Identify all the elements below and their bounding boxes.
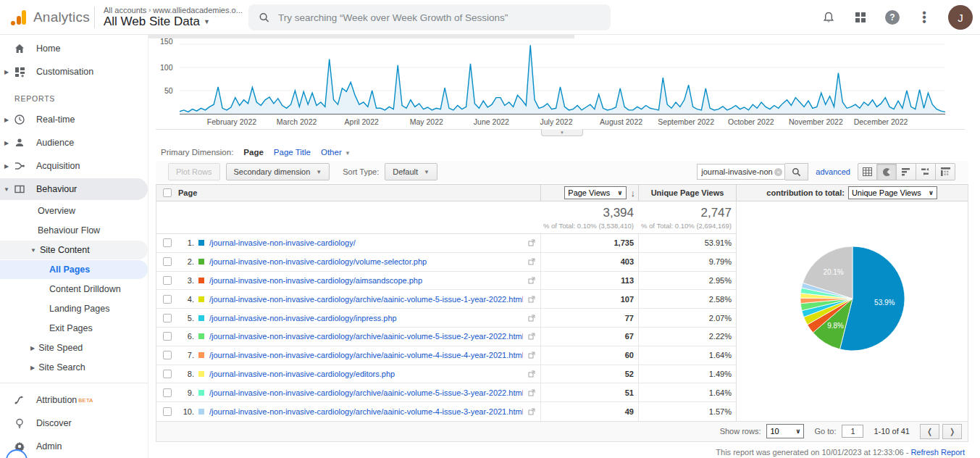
sidebar-item-discover[interactable]: Discover xyxy=(0,412,148,434)
open-in-new-icon xyxy=(528,296,535,303)
row-page-link[interactable]: /journal-invasive-non-invasive-cardiolog… xyxy=(209,295,523,304)
row-page-link[interactable]: /journal-invasive-non-invasive-cardiolog… xyxy=(209,314,523,322)
sidebar-item-attribution[interactable]: Attribution BETA xyxy=(0,389,148,411)
row-page-link[interactable]: /journal-invasive-non-invasive-cardiolog… xyxy=(209,370,523,378)
performance-view-button[interactable] xyxy=(897,163,916,180)
table-footer: Show rows: 10 ∨ Go to: 1-10 of 41 ❬ ❭ xyxy=(156,421,968,441)
row-checkbox[interactable] xyxy=(163,314,172,322)
select-all-checkbox[interactable] xyxy=(163,188,172,197)
contribution-label: contribution to total: xyxy=(766,188,845,197)
percentage-view-button[interactable] xyxy=(877,163,897,180)
sidebar-item-realtime[interactable]: ▶ Real-time xyxy=(0,109,148,130)
external-link-icon[interactable] xyxy=(523,258,540,265)
pageviews-sparkline[interactable] xyxy=(180,41,945,115)
home-icon xyxy=(13,42,26,55)
sidebar-item-customisation[interactable]: ▶ Customisation xyxy=(0,61,148,83)
next-page-button[interactable]: ❭ xyxy=(942,424,962,439)
row-page-link[interactable]: /journal-invasive-non-invasive-cardiolog… xyxy=(209,257,523,266)
row-rank: 8. xyxy=(178,370,194,378)
row-page-link[interactable]: /journal-invasive-non-invasive-cardiolog… xyxy=(209,238,523,247)
analytics-logo[interactable]: Analytics xyxy=(0,9,93,25)
show-rows-select[interactable]: 10 ∨ xyxy=(766,424,804,438)
external-link-icon[interactable] xyxy=(523,408,540,415)
row-checkbox[interactable] xyxy=(163,295,172,304)
performance-bars-icon xyxy=(902,167,911,176)
row-checkbox[interactable] xyxy=(163,351,172,359)
chart-collapse-handle[interactable]: ▼ xyxy=(541,129,583,136)
sidebar-item-behaviour-flow[interactable]: Behaviour Flow xyxy=(0,221,148,240)
open-in-new-icon xyxy=(528,389,535,396)
account-switcher[interactable]: All accounts › www.alliedacademies.o... … xyxy=(104,6,243,29)
row-page-link[interactable]: /journal-invasive-non-invasive-cardiolog… xyxy=(209,276,523,285)
previous-page-button[interactable]: ❬ xyxy=(920,424,939,439)
contribution-select[interactable]: Unique Page Views ∨ xyxy=(848,186,937,199)
sidebar-item-site-content[interactable]: ▼ Site Content xyxy=(0,241,148,259)
external-link-icon[interactable] xyxy=(523,389,540,396)
search-input[interactable] xyxy=(278,12,600,23)
clear-search-icon[interactable]: × xyxy=(774,168,782,176)
sidebar-divider xyxy=(0,383,148,383)
row-page-link[interactable]: /journal-invasive-non-invasive-cardiolog… xyxy=(209,332,523,341)
row-checkbox[interactable] xyxy=(163,276,172,285)
row-page-link[interactable]: /journal-invasive-non-invasive-cardiolog… xyxy=(209,388,523,397)
sort-type-button[interactable]: Default▼ xyxy=(385,163,437,180)
external-link-icon[interactable] xyxy=(523,296,540,303)
sidebar-item-behaviour[interactable]: ▼ Behaviour xyxy=(0,178,148,200)
sidebar-item-all-pages[interactable]: All Pages xyxy=(0,260,148,279)
sort-descending-icon[interactable]: ↓ xyxy=(631,188,636,199)
row-checkbox[interactable] xyxy=(163,370,172,378)
external-link-icon[interactable] xyxy=(523,277,540,284)
row-checkbox[interactable] xyxy=(163,407,172,416)
row-checkbox[interactable] xyxy=(163,332,172,341)
notifications-bell-icon[interactable] xyxy=(821,9,837,25)
external-link-icon[interactable] xyxy=(523,370,540,378)
row-page-link[interactable]: /journal-invasive-non-invasive-cardiolog… xyxy=(209,407,523,416)
row-checkbox[interactable] xyxy=(163,388,172,397)
global-search[interactable] xyxy=(248,4,611,30)
open-in-new-icon xyxy=(528,258,535,265)
sidebar-item-exit-pages[interactable]: Exit Pages xyxy=(0,319,148,338)
advanced-link[interactable]: advanced xyxy=(816,167,850,176)
sidebar-item-overview[interactable]: Overview xyxy=(0,201,148,220)
help-icon[interactable]: ? xyxy=(884,9,900,25)
sidebar-item-acquisition[interactable]: ▶ Acquisition xyxy=(0,155,148,177)
sidebar-item-content-drilldown[interactable]: Content Drilldown xyxy=(0,280,148,299)
row-checkbox[interactable] xyxy=(163,238,172,247)
pivot-view-button[interactable] xyxy=(936,163,955,180)
sidebar-item-site-speed[interactable]: ▶ Site Speed xyxy=(0,338,148,357)
sidebar-item-home[interactable]: Home xyxy=(0,38,148,59)
dimension-page[interactable]: Page xyxy=(243,148,264,157)
sidebar-item-audience[interactable]: ▶ Audience xyxy=(0,132,148,154)
table-search-button[interactable] xyxy=(785,163,808,180)
table-search-input[interactable] xyxy=(697,164,785,180)
analytics-logo-icon xyxy=(10,9,28,25)
metric-select[interactable]: Page Views ∨ xyxy=(564,186,626,199)
row-color-swatch xyxy=(198,240,204,246)
sidebar-item-landing-pages[interactable]: Landing Pages xyxy=(0,299,148,318)
dimension-page-title[interactable]: Page Title xyxy=(274,148,311,157)
external-link-icon[interactable] xyxy=(523,333,540,340)
apps-grid-icon[interactable] xyxy=(853,9,868,25)
secondary-dimension-button[interactable]: Secondary dimension▼ xyxy=(226,163,330,180)
external-link-icon[interactable] xyxy=(523,351,540,359)
table-row: 2./journal-invasive-non-invasive-cardiol… xyxy=(156,253,736,272)
row-page-link[interactable]: /journal-invasive-non-invasive-cardiolog… xyxy=(209,351,523,359)
sidebar-item-site-search[interactable]: ▶ Site Search xyxy=(0,358,148,377)
goto-input[interactable] xyxy=(842,425,863,438)
refresh-report-link[interactable]: Refresh Report xyxy=(910,448,965,457)
avatar[interactable]: J xyxy=(948,5,973,30)
dimension-other[interactable]: Other ▼ xyxy=(321,148,351,157)
table-view-button[interactable] xyxy=(858,163,877,180)
plot-rows-button[interactable]: Plot Rows xyxy=(168,163,220,180)
comparison-view-button[interactable] xyxy=(916,163,936,180)
row-unique-pct: 1.57% xyxy=(638,402,736,421)
breadcrumb-accounts: All accounts xyxy=(104,6,146,14)
external-link-icon[interactable] xyxy=(523,315,540,322)
more-menu-icon[interactable]: ••• xyxy=(916,9,932,25)
table-row: 10./journal-invasive-non-invasive-cardio… xyxy=(156,402,736,421)
row-checkbox[interactable] xyxy=(163,257,172,266)
external-link-icon[interactable] xyxy=(523,239,540,246)
row-unique-pct: 2.95% xyxy=(638,272,736,290)
row-rank: 10. xyxy=(178,407,194,416)
contribution-pie-chart[interactable]: 53.9%9.8%20.1% xyxy=(795,241,910,357)
